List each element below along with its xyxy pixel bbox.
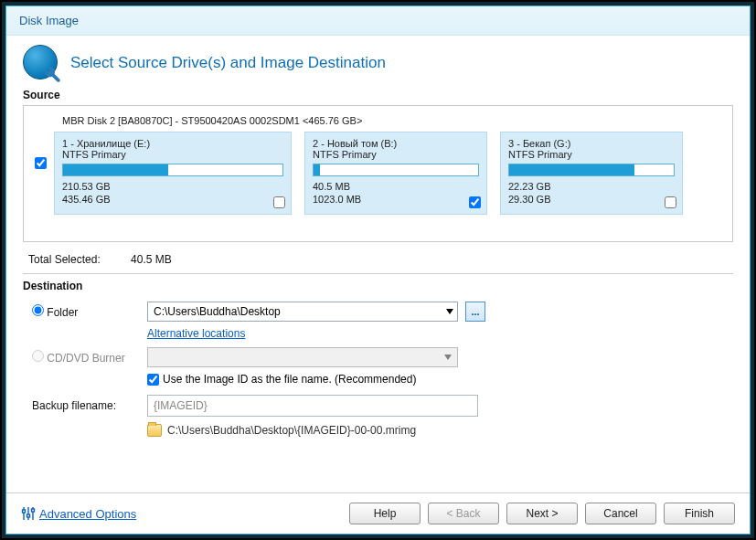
partition-checkbox[interactable] (273, 196, 285, 208)
partition-sizes: 210.53 GB435.46 GB (62, 180, 283, 206)
page-header: Select Source Drive(s) and Image Destina… (23, 45, 733, 81)
svg-rect-3 (23, 510, 26, 513)
content-area: Select Source Drive(s) and Image Destina… (6, 36, 750, 437)
window-title: Disk Image (19, 14, 79, 27)
folder-label-text: Folder (47, 306, 78, 319)
burner-radio (32, 350, 44, 362)
advanced-options-link[interactable]: Advanced Options (21, 506, 136, 521)
partitions-container: 1 - Хранилище (E:)NTFS Primary210.53 GB4… (54, 132, 721, 215)
partition-checkbox[interactable] (665, 196, 676, 208)
burner-radio-label[interactable]: CD/DVD Burner (32, 350, 140, 365)
partition-sizes: 40.5 MB1023.0 MB (313, 180, 479, 206)
partition-name: 1 - Хранилище (E:) (62, 138, 283, 149)
back-button: < Back (428, 503, 499, 524)
cancel-button[interactable]: Cancel (585, 503, 656, 524)
alternative-locations-link[interactable]: Alternative locations (147, 327, 245, 340)
sliders-icon (21, 506, 36, 521)
next-button[interactable]: Next > (506, 503, 578, 524)
partition-name: 2 - Новый том (B:) (313, 138, 479, 149)
output-path-text: C:\Users\Buddha\Desktop\{IMAGEID}-00-00.… (167, 424, 416, 437)
burner-combo (147, 347, 458, 367)
partition[interactable]: 3 - Бекап (G:)NTFS Primary22.23 GB29.30 … (500, 132, 683, 215)
destination-section-label: Destination (23, 280, 733, 292)
partition-usage-bar (313, 164, 479, 176)
total-selected-row: Total Selected: 40.5 MB (23, 249, 733, 274)
use-imageid-checkbox[interactable] (147, 374, 159, 386)
partition-type: NTFS Primary (508, 149, 675, 160)
page-title: Select Source Drive(s) and Image Destina… (70, 54, 386, 72)
svg-rect-4 (27, 514, 30, 517)
partition-type: NTFS Primary (313, 149, 479, 160)
use-imageid-label: Use the Image ID as the file name. (Reco… (163, 373, 416, 386)
destination-grid: Folder ... Alternative locations CD/DVD … (23, 296, 733, 437)
browse-button[interactable]: ... (465, 302, 485, 322)
partition[interactable]: 2 - Новый том (B:)NTFS Primary40.5 MB102… (304, 132, 487, 215)
partition-name: 3 - Бекап (G:) (508, 138, 675, 149)
partition-sizes: 22.23 GB29.30 GB (508, 180, 675, 206)
svg-rect-5 (32, 509, 35, 512)
disk-title: MBR Disk 2 [BA80870C] - ST9500420AS 0002… (62, 115, 721, 126)
footer: Advanced Options Help < Back Next > Canc… (6, 492, 750, 534)
partition-type: NTFS Primary (62, 149, 283, 160)
help-button[interactable]: Help (349, 503, 421, 524)
total-selected-label: Total Selected: (28, 253, 101, 266)
advanced-options-text: Advanced Options (39, 507, 136, 521)
partition-checkbox[interactable] (469, 196, 481, 208)
finish-button[interactable]: Finish (664, 503, 735, 524)
source-box: MBR Disk 2 [BA80870C] - ST9500420AS 0002… (23, 105, 733, 242)
source-section-label: Source (23, 89, 733, 101)
backup-filename-label: Backup filename: (32, 399, 140, 412)
partition[interactable]: 1 - Хранилище (E:)NTFS Primary210.53 GB4… (54, 132, 292, 215)
titlebar: Disk Image (6, 6, 750, 36)
folder-path-input[interactable] (147, 302, 458, 322)
total-selected-value: 40.5 MB (131, 253, 172, 266)
output-path-row: C:\Users\Buddha\Desktop\{IMAGEID}-00-00.… (147, 424, 733, 437)
backup-filename-input[interactable] (147, 395, 478, 417)
partition-usage-bar (508, 164, 675, 176)
burner-label-text: CD/DVD Burner (47, 352, 124, 365)
folder-icon (147, 424, 162, 437)
disk-checkbox[interactable] (35, 157, 47, 169)
partition-usage-bar (62, 164, 283, 176)
folder-radio[interactable] (32, 304, 44, 316)
folder-radio-label[interactable]: Folder (32, 304, 140, 319)
disk-image-icon (23, 45, 59, 81)
dialog-window: Disk Image Select Source Drive(s) and Im… (5, 5, 751, 535)
